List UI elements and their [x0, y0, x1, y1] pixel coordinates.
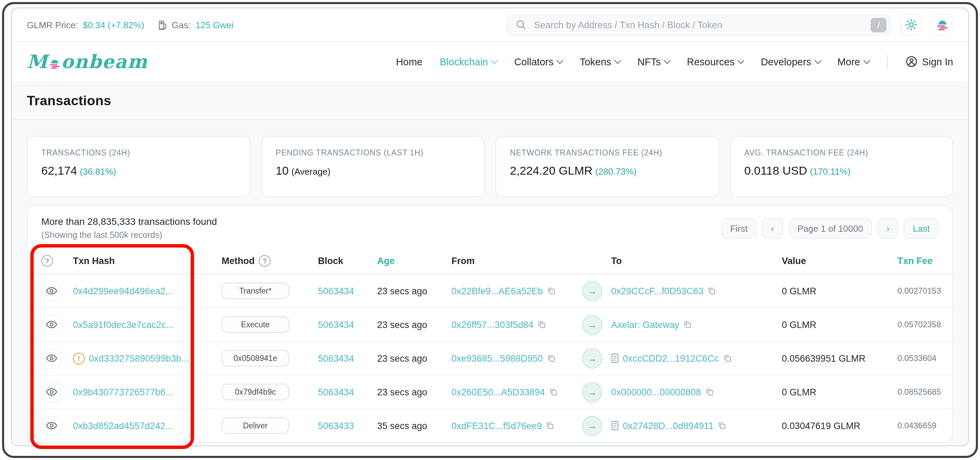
txn-hash-link[interactable]: 0xd333275890599b3b... [89, 353, 189, 363]
value-cell: 0.03047619 GLMR [782, 420, 860, 431]
from-address-link[interactable]: 0x22Bfe9...AE6a52Eb [452, 286, 543, 296]
txn-fee-cell: 0.0533604 [897, 354, 936, 363]
gas-tracker: Gas: 125 Gwei [158, 20, 233, 30]
eye-button[interactable] [41, 281, 61, 301]
txn-hash-link[interactable]: 0x5a91f0dec3e7cac2c... [73, 319, 174, 330]
header-txn-fee[interactable]: Txn Fee [897, 256, 940, 266]
chevron-down-icon [863, 57, 870, 64]
nav-item-tokens[interactable]: Tokens [580, 56, 620, 67]
value-cell: 0.056639951 GLMR [782, 353, 865, 363]
eye-button[interactable] [41, 348, 61, 368]
txn-hash-link[interactable]: 0x4d299ee94d496ea2... [73, 286, 173, 296]
block-link[interactable]: 5063434 [318, 353, 354, 363]
sun-icon [905, 19, 917, 31]
copy-icon[interactable] [546, 422, 554, 430]
eye-button[interactable] [41, 382, 61, 402]
chevron-down-icon [557, 57, 564, 64]
sign-in-button[interactable]: Sign In [906, 56, 953, 67]
arrow-right-icon: → [582, 281, 602, 301]
to-address-link[interactable]: 0x29CCcF...f0D53C63 [611, 286, 704, 296]
copy-icon[interactable] [547, 354, 555, 362]
pagination-first-button[interactable]: First [721, 218, 757, 239]
block-link[interactable]: 5063433 [318, 420, 354, 431]
txn-hash-link[interactable]: 0xb3d852ad4557d242... [73, 420, 173, 431]
nav-item-resources[interactable]: Resources [687, 56, 744, 67]
header-age[interactable]: Age [377, 256, 452, 266]
method-badge: Deliver [221, 417, 289, 434]
page-body: Transactions TRANSACTIONS (24H) 62,174(3… [12, 81, 968, 446]
header-method: Method [221, 256, 255, 266]
to-address-link[interactable]: 0x000000...00000808 [611, 387, 701, 397]
copy-icon[interactable] [538, 320, 546, 329]
eye-button[interactable] [41, 416, 61, 436]
from-address-link[interactable]: 0x260E50...A5D33894 [452, 387, 545, 397]
logo-text-m: M [27, 51, 48, 72]
stats-cards: TRANSACTIONS (24H) 62,174(36.81%) PENDIN… [12, 120, 968, 197]
theme-toggle-button[interactable] [900, 14, 922, 36]
stat-card-transactions-24h: TRANSACTIONS (24H) 62,174(36.81%) [27, 136, 250, 197]
network-switcher-button[interactable] [931, 14, 953, 36]
table-row: 0x9b430773726577b6... 0x79df4b9c 5063434… [27, 375, 953, 408]
block-link[interactable]: 5063434 [318, 387, 354, 397]
pagination-last-button[interactable]: Last [904, 218, 939, 239]
arrow-right-icon: → [582, 348, 602, 368]
txn-fee-cell: 0.00270153 [897, 286, 941, 296]
transactions-table: ? Txn Hash Method ? Block Age From To Va… [27, 248, 953, 442]
eye-icon [46, 320, 57, 329]
copy-icon[interactable] [723, 354, 731, 362]
question-icon[interactable]: ? [41, 255, 53, 267]
value-cell: 0 GLMR [782, 319, 816, 330]
nav-item-collators[interactable]: Collators [514, 56, 562, 67]
header-from: From [452, 256, 582, 266]
glmr-price-value[interactable]: $0.34 (+7.82%) [83, 20, 145, 30]
method-badge: Execute [221, 316, 289, 333]
stat-percent: (36.81%) [80, 167, 116, 177]
person-icon [906, 56, 917, 67]
logo-text-rest: onbeam [61, 51, 148, 72]
chevron-down-icon [815, 57, 821, 64]
moonbeam-logo[interactable]: M onbeam [27, 51, 148, 72]
eye-icon [46, 354, 57, 362]
slash-key-badge: / [870, 17, 886, 32]
warning-icon: ! [73, 352, 85, 364]
chevron-down-icon [664, 57, 671, 64]
nav-item-home[interactable]: Home [396, 56, 423, 67]
from-address-link[interactable]: 0xdFE31C...f5d76ee9 [452, 420, 542, 431]
question-icon[interactable]: ? [259, 255, 270, 267]
nav-item-blockchain[interactable]: Blockchain [440, 56, 497, 67]
copy-icon[interactable] [708, 287, 716, 295]
table-row: 0xb3d852ad4557d242... Deliver 5063433 35… [27, 408, 953, 442]
moonbeam-logo-o-icon [49, 59, 60, 70]
eye-button[interactable] [41, 314, 61, 335]
pagination-prev-button[interactable]: ‹ [762, 218, 783, 239]
pagination-next-button[interactable]: › [877, 218, 899, 239]
copy-icon[interactable] [547, 287, 555, 295]
copy-icon[interactable] [705, 388, 713, 396]
header-value: Value [782, 256, 897, 266]
block-link[interactable]: 5063434 [318, 319, 354, 330]
copy-icon[interactable] [549, 388, 557, 396]
from-address-link[interactable]: 0x26ff57...303f5d84 [452, 319, 533, 330]
arrow-right-icon: → [582, 416, 602, 436]
method-badge: Transfer* [221, 282, 289, 299]
contract-icon [611, 354, 619, 363]
stat-percent: (280.73%) [595, 167, 636, 177]
gas-pump-icon [158, 20, 167, 30]
to-name-link[interactable]: Axelar: Gateway [611, 319, 679, 330]
nav-item-developers[interactable]: Developers [761, 56, 820, 67]
main-nav: M onbeam Home Blockchain Colla [12, 42, 968, 81]
copy-icon[interactable] [683, 320, 692, 329]
gas-value[interactable]: 125 Gwei [196, 20, 233, 30]
search-input[interactable] [533, 19, 864, 30]
results-note: (Showing the last 500k records) [41, 230, 217, 240]
from-address-link[interactable]: 0xe93685...5988D950 [452, 353, 543, 363]
to-address-link[interactable]: 0xccCDD2...1912C6Cc [623, 353, 719, 363]
to-address-link[interactable]: 0x27428D...0d894911 [623, 420, 714, 431]
copy-icon[interactable] [718, 422, 726, 430]
nav-item-nfts[interactable]: NFTs [638, 56, 670, 67]
txn-hash-link[interactable]: 0x9b430773726577b6... [73, 387, 173, 397]
nav-item-more[interactable]: More [838, 56, 869, 67]
stat-card-network-fee: NETWORK TRANSACTIONS FEE (24H) 2,224.20 … [495, 136, 719, 197]
value-cell: 0 GLMR [782, 387, 816, 397]
block-link[interactable]: 5063434 [318, 286, 354, 296]
